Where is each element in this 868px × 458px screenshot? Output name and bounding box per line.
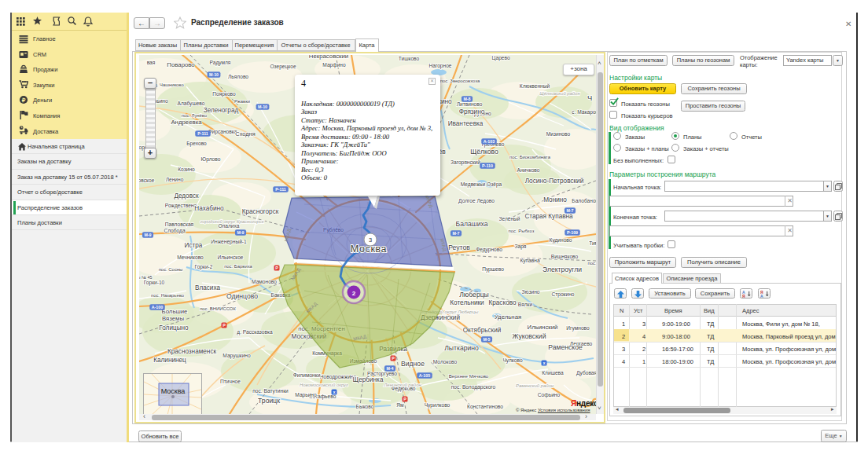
svg-text:Пуршево: Пуршево: [482, 266, 504, 273]
svg-text:д. Чашниково: д. Чашниково: [154, 82, 184, 87]
svg-text:Дедовск: Дедовск: [174, 192, 199, 200]
svg-text:Софьино: Софьино: [538, 392, 561, 398]
svg-text:Опалиха: Опалиха: [219, 223, 240, 229]
svg-text:М-5: М-5: [483, 337, 490, 342]
svg-text:Ям: Ям: [396, 402, 404, 408]
svg-text:Молоково: Молоково: [433, 359, 458, 365]
svg-text:Мамоново: Мамоново: [252, 279, 277, 284]
svg-text:Марфино: Марфино: [322, 62, 346, 68]
svg-text:Красково: Красково: [488, 299, 516, 306]
svg-text:Горки-2: Горки-2: [195, 264, 213, 270]
svg-text:М-7: М-7: [452, 231, 459, 236]
svg-text:пос. Рыбхоз: пос. Рыбхоз: [509, 229, 535, 233]
svg-text:Павловская: Павловская: [165, 222, 194, 227]
svg-text:Марьино: Марьино: [295, 392, 317, 398]
svg-text:кино: кино: [438, 98, 452, 105]
svg-text:пос. Володарского: пос. Володарского: [451, 384, 496, 390]
svg-text:Литвиново: Литвиново: [457, 101, 483, 107]
svg-text:пос. Биокомбината: пос. Биокомбината: [509, 155, 551, 159]
svg-text:Р: Р: [275, 266, 278, 270]
svg-text:Я: Я: [742, 294, 745, 298]
svg-text:Новодрожжино: Новодрожжино: [320, 374, 357, 380]
svg-text:Озерецкое: Озерецкое: [270, 64, 296, 70]
svg-text:М-9: М-9: [144, 233, 151, 237]
svg-text:Голицыно: Голицыно: [159, 324, 189, 332]
svg-text:Марушкино: Марушкино: [223, 353, 251, 359]
svg-text:Радумля: Радумля: [210, 60, 231, 66]
svg-text:пос. Барвиха: пос. Барвиха: [224, 264, 252, 269]
svg-text:Юрлово: Юрлово: [201, 156, 221, 163]
svg-text:Старая Купавна: Старая Купавна: [524, 213, 573, 220]
svg-text:Раменский район: Раменский район: [516, 383, 554, 388]
svg-text:А: А: [760, 294, 763, 298]
svg-text:Щёлковский район: Щёлковский район: [539, 91, 580, 96]
svg-text:Власиха: Власиха: [195, 284, 220, 291]
svg-text:Слобода: Слобода: [164, 228, 185, 234]
svg-text:городской округ Красногорск: городской округ Красногорск: [200, 219, 263, 224]
svg-text:Мечниково: Мечниково: [177, 255, 204, 260]
svg-text:с. Макарово: с. Макарово: [572, 109, 596, 115]
svg-text:Электроугли: Электроугли: [542, 266, 582, 273]
svg-text:Р-110: Р-110: [482, 163, 493, 168]
svg-text:Люберцы: Люберцы: [459, 291, 489, 299]
svg-text:Долгое Ледово: Долгое Ледово: [458, 198, 495, 204]
svg-text:Медвежьи Озёра: Медвежьи Озёра: [461, 181, 502, 188]
svg-text:Р-111: Р-111: [197, 131, 208, 136]
svg-text:Льялово: Льялово: [228, 74, 248, 79]
svg-text:Москва: Москва: [161, 387, 186, 395]
svg-text:Федурново: Федурново: [476, 247, 502, 253]
svg-text:Мизиново: Мизиново: [546, 131, 571, 137]
svg-text:Чурилково: Чурилково: [425, 402, 451, 409]
svg-text:Рождествено: Рождествено: [165, 203, 197, 209]
svg-text:2: 2: [352, 290, 356, 297]
svg-text:Реутов: Реутов: [448, 244, 470, 251]
svg-text:А-103: А-103: [484, 139, 495, 144]
svg-text:Филимонки: Филимонки: [293, 372, 321, 378]
svg-text:пос.: пос.: [587, 261, 596, 266]
svg-text:₽: ₽: [22, 97, 26, 104]
svg-text:Инженерный-1: Инженерный-1: [211, 239, 247, 245]
svg-text:пос. Зверосовхоза: пос. Зверосовхоза: [440, 79, 480, 83]
svg-text:Фрязино: Фрязино: [459, 108, 485, 115]
svg-text:Котельники: Котельники: [450, 299, 484, 306]
svg-text:Ильинское: Ильинское: [218, 255, 244, 260]
svg-text:Р: Р: [392, 356, 395, 361]
svg-text:Балобаново: Балобаново: [572, 198, 596, 203]
svg-text:Одинцово: Одинцово: [226, 292, 258, 300]
svg-text:Поярково: Поярково: [212, 91, 236, 97]
svg-text:Клюквенный: Клюквенный: [520, 83, 550, 89]
svg-text:Ильинский: Ильинский: [528, 324, 558, 331]
svg-text:Клишева: Клишева: [542, 370, 564, 376]
svg-text:Поварово: Поварово: [167, 61, 195, 68]
svg-text:Вяземы: Вяземы: [162, 315, 185, 322]
svg-text:Р-111: Р-111: [275, 187, 286, 192]
svg-text:д. Рассказовка: д. Рассказовка: [237, 329, 273, 335]
svg-text:Чулково: Чулково: [502, 357, 522, 364]
svg-text:ловское: ловское: [139, 178, 155, 183]
svg-text:Алабушево: Алабушево: [178, 101, 205, 107]
svg-text:Р-109: Р-109: [567, 230, 578, 235]
svg-text:Ржавки: Ржавки: [234, 99, 250, 104]
svg-text:Лыткарино: Лыткарино: [444, 344, 479, 352]
svg-text:Сходня: Сходня: [235, 130, 255, 137]
svg-text:Троицк: Троицк: [258, 397, 280, 405]
svg-text:Зюзино: Зюзино: [522, 289, 540, 295]
svg-text:пос. Назарьево: пос. Назарьево: [151, 293, 185, 298]
svg-text:Строкино: Строкино: [552, 291, 575, 298]
svg-text:Царево: Царево: [491, 55, 509, 61]
svg-text:М-10: М-10: [209, 72, 219, 77]
svg-text:Дубовая: Дубовая: [576, 370, 596, 376]
svg-text:М-7: М-7: [566, 208, 573, 213]
svg-text:Брехово: Брехово: [186, 141, 207, 147]
svg-text:Игумново: Игумново: [566, 325, 590, 332]
svg-text:Краснознаменск: Краснознаменск: [167, 348, 217, 355]
svg-text:пос. ВНИИССОК: пос. ВНИИССОК: [200, 306, 236, 311]
svg-text:Фирсановка: Фирсановка: [208, 129, 237, 135]
svg-text:Раменское: Раменское: [548, 343, 583, 351]
svg-text:Красногорск: Красногорск: [242, 208, 279, 215]
svg-text:Октябрьский: Октябрьский: [463, 327, 502, 334]
svg-text:Нагорное: Нагорное: [429, 63, 452, 69]
svg-text:А-105: А-105: [419, 373, 430, 378]
svg-text:Монино: Монино: [543, 196, 567, 203]
svg-text:Жуковский: Жуковский: [513, 332, 546, 340]
